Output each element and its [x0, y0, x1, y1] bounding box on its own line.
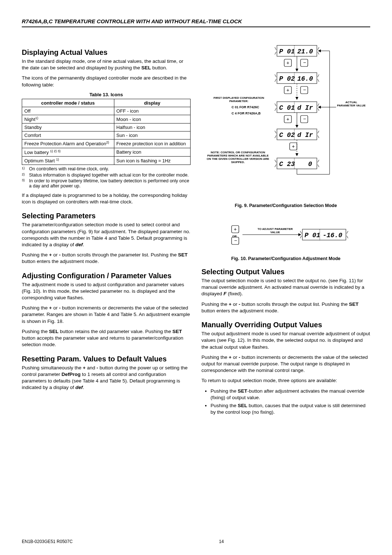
svg-text:C 02: C 02: [279, 131, 295, 139]
svg-text:C 23: C 23: [279, 161, 295, 168]
svg-line-18: [275, 79, 276, 82]
options-list: Pushing the SET-button after adjustment …: [211, 388, 370, 416]
para-display-mode: In the standard display mode, one of nin…: [22, 58, 191, 71]
heading-select-output: Selecting Output Values: [201, 268, 370, 276]
heading-resetting: Resetting Param. Values to Default Value…: [22, 355, 191, 363]
figure-9: P 01 21.0 + − P 02 16.0 + −: [201, 42, 370, 199]
svg-text:+: +: [286, 87, 289, 93]
svg-text:d Ir: d Ir: [297, 131, 313, 139]
svg-text:16.0: 16.0: [297, 75, 313, 82]
page-number: 14: [219, 539, 224, 544]
table-row: Low battery 1) 2) 3)Battery icon: [22, 148, 191, 156]
svg-line-29: [275, 104, 276, 106]
svg-line-76: [300, 231, 302, 234]
svg-marker-12: [295, 69, 298, 72]
svg-line-42: [275, 135, 276, 138]
table-row: Night1)Moon - icon: [22, 115, 191, 123]
svg-line-54: [318, 160, 319, 162]
doc-id: EN1B-0203GE51 R0507C: [22, 539, 73, 544]
left-column: Displaying Actual Values In the standard…: [22, 42, 191, 417]
svg-marker-71: [298, 233, 301, 236]
right-column: P 01 21.0 + − P 02 16.0 + −: [201, 42, 370, 417]
svg-text:P 02: P 02: [279, 75, 295, 82]
svg-text:C 01: C 01: [279, 104, 295, 112]
table-row: OffOFF - icon: [22, 107, 191, 115]
svg-line-78: [347, 231, 348, 234]
th-mode: controller mode / status: [22, 99, 114, 107]
para-select-params: The parameter/configuration selection mo…: [22, 222, 191, 248]
para-icons-intro: The icons of the permanently displayed c…: [22, 75, 191, 88]
para-output-scroll: Pushing the + or - button scrolls throug…: [201, 301, 370, 314]
para-pushing-scroll: Pushing the + or - button scrolls throug…: [22, 252, 191, 265]
svg-text:+: +: [286, 116, 289, 122]
table-row: StandbyHalfsun - icon: [22, 123, 191, 131]
heading-manual-override: Manually Overriding Output Values: [201, 321, 370, 329]
svg-line-19: [318, 74, 319, 77]
svg-line-77: [300, 236, 302, 238]
svg-line-43: [318, 131, 319, 133]
svg-text:21.0: 21.0: [297, 48, 313, 55]
svg-line-7: [318, 47, 319, 50]
svg-text:0: 0: [308, 161, 312, 168]
figure-10: + OR − TO ADJUST PARAMETER VALUE P 01 -1…: [201, 215, 370, 252]
svg-text:+: +: [292, 143, 295, 149]
svg-line-55: [318, 165, 319, 167]
svg-line-79: [347, 236, 348, 238]
para-override1: The output adjustment mode is used for m…: [201, 331, 370, 351]
th-display: display: [114, 99, 190, 107]
table-row: Optimum Start 1)Sun icon is flashing ≈ 1…: [22, 156, 191, 165]
svg-marker-24: [295, 97, 298, 100]
svg-line-32: [318, 108, 319, 111]
svg-line-52: [275, 160, 276, 162]
svg-text:C 01  FOR R7426C: C 01 FOR R7426C: [232, 105, 260, 109]
heading-adjusting: Adjusting Configuration / Parameter Valu…: [22, 272, 191, 280]
table-row: Freeze Protection Alarm and Operation2)F…: [22, 139, 191, 148]
svg-marker-60: [318, 49, 321, 52]
svg-text:−: −: [303, 116, 306, 122]
para-override2: Pushing the + or - button increments or …: [201, 354, 370, 374]
svg-text:+: +: [286, 60, 289, 66]
table-title: Table 13. Icons: [22, 92, 191, 97]
svg-line-20: [318, 79, 319, 82]
svg-line-8: [318, 52, 319, 54]
svg-text:−: −: [303, 87, 306, 93]
svg-line-41: [275, 131, 276, 133]
heading-selecting-params: Selecting Parameters: [22, 212, 191, 220]
svg-line-31: [318, 104, 319, 106]
para-adjust-mode: The adjustment mode is used to adjust co…: [22, 281, 191, 301]
svg-text:P 01: P 01: [279, 48, 295, 55]
icons-table: controller mode / statusdisplay OffOFF -…: [22, 99, 191, 165]
para-return: To return to output selection mode, thre…: [201, 377, 370, 384]
table-row: ComfortSun - icon: [22, 131, 191, 139]
svg-line-30: [275, 108, 276, 111]
svg-text:−: −: [234, 238, 237, 243]
para-reset: Pushing simultaneously the + and - butto…: [22, 365, 191, 391]
svg-line-5: [275, 47, 276, 50]
fig10-caption: Fig. 10. Parameter/Configuration Adjustm…: [201, 256, 370, 261]
svg-text:−: −: [303, 60, 306, 65]
fig9-caption: Fig. 9. Parameter/Configuration Selectio…: [201, 203, 370, 208]
svg-text:+: +: [234, 226, 237, 232]
para-holiday: If a displayed date is programmed to be …: [22, 192, 191, 205]
list-item: Pushing the SEL button, causes that the …: [211, 402, 370, 416]
para-sel-set: Pushing the SEL button retains the old p…: [22, 328, 191, 348]
svg-marker-36: [295, 125, 298, 128]
page-header: R7426A,B,C TEMPERATURE CONTROLLER WITH A…: [22, 18, 370, 27]
svg-text:d Ir: d Ir: [297, 104, 313, 112]
svg-text:-16.0: -16.0: [323, 232, 342, 239]
heading-displaying-actual: Displaying Actual Values: [22, 48, 191, 57]
footnotes: 1)On controllers with real-time clock, o…: [22, 166, 191, 189]
svg-line-6: [275, 52, 276, 54]
svg-marker-64: [318, 106, 321, 109]
para-push-incdec: Pushing the + or - button increments or …: [22, 305, 191, 325]
svg-text:C 4  FOR R7426A,B: C 4 FOR R7426A,B: [232, 112, 261, 115]
list-item: Pushing the SET-button after adjustment …: [211, 388, 370, 401]
svg-line-44: [318, 135, 319, 138]
svg-line-53: [275, 165, 276, 167]
para-output-sel: The output selection mode is used to sel…: [201, 278, 370, 297]
page-footer: EN1B-0203GE51 R0507C 14: [22, 539, 370, 544]
svg-line-17: [275, 74, 276, 77]
svg-marker-47: [295, 153, 298, 156]
svg-text:P 01: P 01: [305, 232, 320, 239]
